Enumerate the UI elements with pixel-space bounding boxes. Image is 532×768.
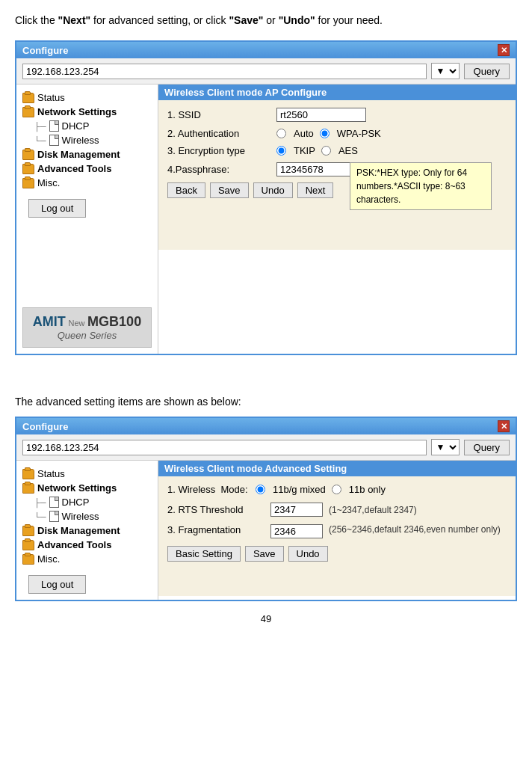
address-input-2[interactable] (22, 440, 427, 455)
main-content-2: Wireless Client mode Advanced Setting 1.… (158, 461, 516, 600)
sidebar-wireless-label-1: Wireless (62, 135, 99, 146)
folder-icon-misc-2 (22, 554, 34, 565)
folder-icon-network-1 (22, 107, 34, 117)
brand-line-1: AMIT New MGB100 (29, 314, 145, 330)
sidebar-item-advanced-1[interactable]: Advanced Tools (22, 162, 152, 176)
configure-body-1: Status Network Settings ├─ DHCP └─ Wirel… (16, 85, 516, 354)
wireless-mode-radio-group: 11b/g mixed 11b only (256, 484, 386, 495)
section-header-2: Wireless Client mode Advanced Setting (158, 461, 516, 476)
sidebar-item-advanced-2[interactable]: Advanced Tools (22, 538, 152, 552)
ssid-input[interactable] (276, 108, 366, 122)
section-header-1: Wireless Client mode AP Configure (158, 85, 516, 100)
rts-input[interactable] (270, 503, 323, 517)
intro-paragraph: Click the "Next" for advanced setting, o… (15, 12, 517, 28)
auth-wpapsk-radio[interactable] (320, 129, 330, 138)
undo-button-1[interactable]: Undo (253, 182, 293, 198)
sidebar-item-status-2[interactable]: Status (22, 467, 152, 481)
address-bar-2: ▼ Query (16, 434, 516, 461)
configure-body-2: Status Network Settings ├─ DHCP └─ Wirel… (16, 461, 516, 600)
folder-icon-advanced-2 (22, 540, 34, 550)
enc-tkip-radio[interactable] (276, 146, 286, 156)
enc-row: 3. Encryption type TKIP AES (167, 145, 507, 156)
query-button-1[interactable]: Query (464, 64, 510, 79)
address-input-1[interactable] (22, 64, 427, 79)
sidebar-item-wireless-2[interactable]: └─ Wireless (22, 509, 152, 523)
sidebar-item-dhcp-2[interactable]: ├─ DHCP (22, 495, 152, 509)
tree-line-dhcp-1: ├─ (34, 122, 46, 131)
sidebar-item-misc-1[interactable]: Misc. (22, 176, 152, 190)
sidebar-disk-label-2: Disk Management (37, 525, 120, 536)
tree-line-dhcp-2: ├─ (34, 498, 46, 507)
brand-mgb: MGB100 (87, 314, 141, 329)
address-dropdown-1[interactable]: ▼ (431, 63, 460, 79)
enc-radio-group: TKIP AES (276, 145, 358, 156)
sidebar-dhcp-label-2: DHCP (62, 497, 90, 508)
address-dropdown-2[interactable]: ▼ (431, 439, 460, 455)
folder-icon-disk-2 (22, 526, 34, 536)
sidebar-advanced-label-2: Advanced Tools (37, 539, 111, 550)
enc-aes-radio[interactable] (321, 146, 331, 156)
auth-auto-radio[interactable] (276, 129, 286, 138)
middle-text: The advanced setting items are shown as … (15, 396, 517, 408)
query-button-2[interactable]: Query (464, 440, 510, 455)
enc-tkip-label: TKIP (294, 145, 315, 156)
sidebar-wireless-label-2: Wireless (62, 511, 99, 522)
sidebar-misc-label-1: Misc. (37, 177, 60, 188)
folder-icon-disk-1 (22, 150, 34, 160)
page-number: 49 (15, 613, 517, 624)
frag-note: (256~2346,default 2346,even number only) (329, 524, 501, 535)
close-button-2[interactable]: ✕ (498, 420, 510, 432)
sidebar-misc-label-2: Misc. (37, 553, 60, 565)
folder-icon-advanced-1 (22, 164, 34, 174)
auth-row: 2. Authentication Auto WPA-PSK (167, 128, 507, 139)
intro-text4: for your need. (315, 14, 383, 26)
sidebar-item-wireless-1[interactable]: └─ Wireless (22, 133, 152, 147)
auth-label: 2. Authentication (167, 128, 272, 139)
intro-text1: Click the (15, 14, 58, 26)
next-button-1[interactable]: Next (297, 182, 334, 198)
tree-line-wireless-2: └─ (34, 512, 46, 521)
basic-setting-button[interactable]: Basic Setting (167, 546, 241, 562)
brand-amit: AMIT (33, 314, 66, 329)
doc-icon-dhcp-2 (49, 497, 59, 508)
sidebar-item-disk-1[interactable]: Disk Management (22, 147, 152, 162)
close-button-1[interactable]: ✕ (498, 44, 510, 56)
sidebar-network-label-2: Network Settings (37, 482, 117, 494)
mode-11b-radio[interactable] (332, 485, 341, 494)
enc-aes-label: AES (338, 145, 358, 156)
save-button-2[interactable]: Save (245, 546, 284, 562)
configure-window-2: Configure ✕ ▼ Query Status Network Setti… (15, 417, 517, 601)
sidebar-advanced-label-1: Advanced Tools (37, 163, 111, 174)
sidebar-item-disk-2[interactable]: Disk Management (22, 523, 152, 538)
mode-mixed-radio[interactable] (256, 485, 265, 494)
sidebar-item-status-1[interactable]: Status (22, 90, 152, 105)
sidebar-network-label-1: Network Settings (37, 106, 117, 117)
folder-icon-status-1 (22, 93, 34, 103)
intro-next: "Next" (58, 14, 91, 26)
logout-button-1[interactable]: Log out (28, 199, 86, 218)
sidebar-disk-label-1: Disk Management (37, 149, 120, 160)
doc-icon-wireless-2 (49, 511, 59, 522)
back-button-1[interactable]: Back (167, 182, 205, 198)
undo-button-2[interactable]: Undo (288, 546, 328, 562)
logout-button-2[interactable]: Log out (28, 575, 86, 594)
passphrase-row: 4.Passphrase: PSK:*HEX type: Only for 64… (167, 162, 507, 176)
sidebar-item-misc-2[interactable]: Misc. (22, 552, 152, 566)
wireless-mode-row: 1. Wireless Mode: 11b/g mixed 11b only (167, 484, 507, 495)
passphrase-label: 4.Passphrase: (167, 164, 272, 175)
configure-title-2: Configure (22, 421, 68, 432)
section-body-1: 1. SSID 2. Authentication Auto WPA-PSK 3… (158, 100, 516, 250)
configure-title-1: Configure (22, 45, 68, 56)
intro-undo: "Undo" (279, 14, 315, 26)
rts-label: 2. RTS Threshold (167, 504, 265, 515)
btn-row-2: Basic Setting Save Undo (167, 546, 507, 562)
brand-new: New (68, 319, 84, 328)
wireless-mode-label: 1. Wireless Mode: (167, 484, 250, 495)
intro-save: "Save" (229, 14, 263, 26)
sidebar-item-network-2[interactable]: Network Settings (22, 481, 152, 495)
save-button-1[interactable]: Save (210, 182, 249, 198)
ssid-row: 1. SSID (167, 108, 507, 122)
frag-input[interactable] (270, 524, 323, 538)
sidebar-item-dhcp-1[interactable]: ├─ DHCP (22, 119, 152, 133)
sidebar-item-network-1[interactable]: Network Settings (22, 105, 152, 119)
